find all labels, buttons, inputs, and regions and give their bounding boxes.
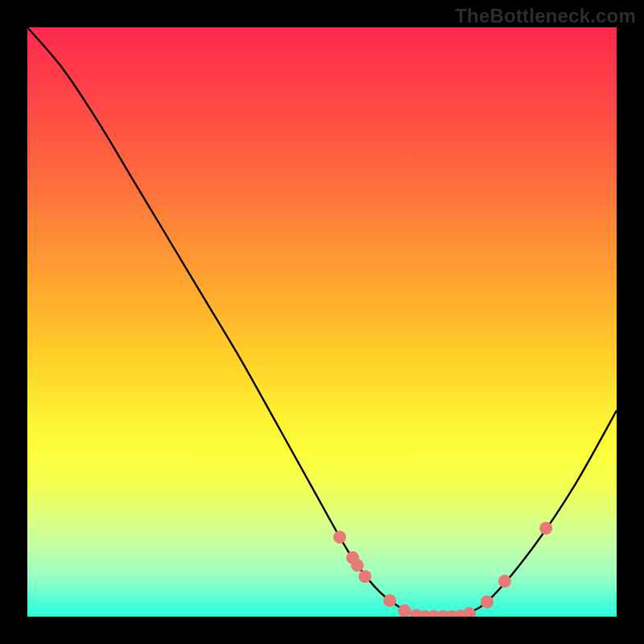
curve-marker bbox=[333, 530, 346, 543]
curve-marker bbox=[351, 559, 364, 572]
watermark-text: TheBottleneck.com bbox=[455, 5, 636, 27]
curve-marker bbox=[358, 570, 371, 583]
curve-marker bbox=[398, 605, 411, 617]
curve-marker bbox=[463, 607, 476, 617]
curve-marker bbox=[498, 575, 511, 588]
curve-marker bbox=[481, 596, 493, 609]
curve-path bbox=[27, 27, 617, 617]
bottleneck-curve-chart bbox=[27, 27, 617, 617]
curve-marker bbox=[539, 522, 552, 535]
curve-marker bbox=[383, 594, 396, 607]
curve-markers bbox=[333, 522, 552, 617]
